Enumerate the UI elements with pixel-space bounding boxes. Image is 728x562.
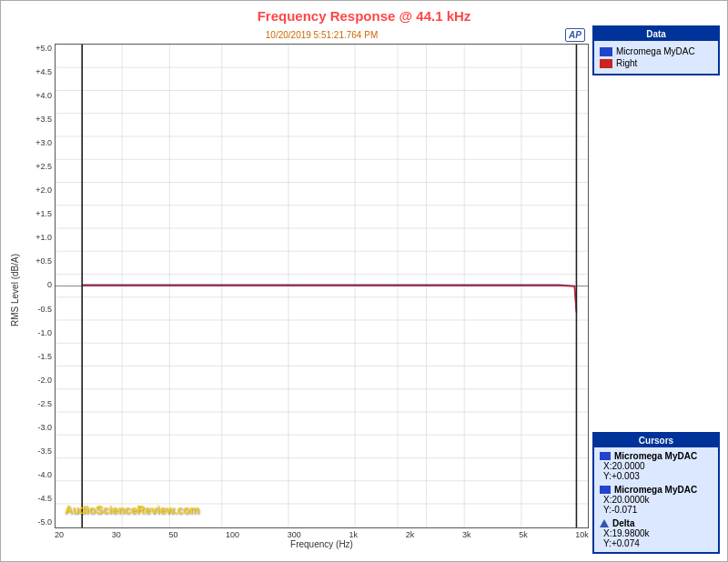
delta-x: X:19.9800k bbox=[603, 528, 713, 538]
cursors-panel-title: Cursors bbox=[594, 434, 718, 447]
ap-logo: AP bbox=[565, 28, 585, 42]
cursor-2-label: Micromega MyDAC bbox=[614, 485, 697, 495]
cursor-2-y: Y:-0.071 bbox=[603, 505, 713, 515]
spacer bbox=[592, 79, 720, 428]
delta-entry: Delta X:19.9800k Y:+0.074 bbox=[600, 518, 713, 548]
legend-color-1 bbox=[600, 47, 612, 56]
ytick: -3.5 bbox=[22, 447, 52, 456]
cursor-1-name: Micromega MyDAC bbox=[600, 451, 713, 461]
chart-title: Frequency Response @ 44.1 kHz bbox=[8, 8, 720, 24]
chart-svg bbox=[56, 45, 588, 527]
delta-icon bbox=[600, 519, 609, 527]
legend-label-2: Right bbox=[616, 58, 637, 68]
ytick: +4.5 bbox=[22, 67, 52, 76]
chart-plot: AudioScienceReview.com bbox=[55, 44, 589, 528]
right-panel: Data Micromega MyDAC Right Curs bbox=[592, 25, 720, 554]
chart-wrapper: RMS Level (dB/A) +5.0 +4.5 +4.0 +3.5 +3.… bbox=[8, 25, 589, 554]
ytick: +1.5 bbox=[22, 209, 52, 218]
xtick: 3k bbox=[462, 530, 471, 539]
ytick: -1.5 bbox=[22, 352, 52, 361]
xtick: 1k bbox=[349, 530, 359, 539]
xtick: 2k bbox=[406, 530, 415, 539]
xtick: 300 bbox=[288, 530, 301, 539]
ytick: +0.5 bbox=[22, 256, 52, 266]
data-panel: Data Micromega MyDAC Right bbox=[592, 25, 720, 75]
delta-label-text: Delta bbox=[612, 518, 634, 528]
xtick: 100 bbox=[226, 530, 239, 539]
ytick: +3.5 bbox=[22, 115, 52, 124]
chart-area: 10/20/2019 5:51:21.764 PM AP bbox=[55, 25, 589, 554]
ytick: +1.0 bbox=[22, 233, 52, 242]
main-area: RMS Level (dB/A) +5.0 +4.5 +4.0 +3.5 +3.… bbox=[8, 25, 720, 554]
timestamp: 10/20/2019 5:51:21.764 PM bbox=[266, 30, 378, 40]
legend-item-2: Right bbox=[600, 58, 713, 68]
cursor-1-color bbox=[600, 452, 611, 460]
main-container: Frequency Response @ 44.1 kHz RMS Level … bbox=[0, 0, 728, 562]
legend-item-1: Micromega MyDAC bbox=[600, 46, 713, 56]
ytick: -2.0 bbox=[22, 376, 52, 385]
ytick: +2.0 bbox=[22, 186, 52, 195]
xtick: 50 bbox=[168, 530, 177, 539]
ytick: -3.0 bbox=[22, 423, 52, 432]
ytick: -5.0 bbox=[22, 517, 52, 527]
xtick: 10k bbox=[575, 530, 589, 539]
ytick: +5.0 bbox=[22, 44, 52, 53]
ytick: +2.5 bbox=[22, 162, 52, 171]
chart-top-row: 10/20/2019 5:51:21.764 PM AP bbox=[55, 25, 589, 44]
data-panel-title: Data bbox=[594, 27, 718, 41]
cursors-panel-content: Micromega MyDAC X:20.0000 Y:+0.003 Micro… bbox=[594, 447, 718, 552]
xtick: 5k bbox=[519, 530, 528, 539]
cursor-1-label: Micromega MyDAC bbox=[614, 451, 697, 461]
legend-color-2 bbox=[600, 59, 612, 68]
data-panel-content: Micromega MyDAC Right bbox=[594, 41, 718, 74]
delta-label-row: Delta bbox=[600, 518, 713, 528]
y-axis-label: RMS Level (dB/A) bbox=[8, 25, 22, 554]
ytick: 0 bbox=[22, 280, 52, 289]
xtick: 30 bbox=[112, 530, 121, 539]
x-ticks-row: 20 30 50 100 300 1k 2k 3k 5k 10k bbox=[55, 528, 589, 539]
ytick: -2.5 bbox=[22, 399, 52, 408]
cursor-2-x: X:20.0000k bbox=[603, 495, 713, 505]
xtick: 20 bbox=[55, 530, 64, 539]
cursor-2-color bbox=[600, 486, 611, 494]
y-ticks: +5.0 +4.5 +4.0 +3.5 +3.0 +2.5 +2.0 +1.5 … bbox=[22, 25, 55, 554]
ytick: -4.0 bbox=[22, 470, 52, 479]
ytick: -4.5 bbox=[22, 494, 52, 503]
cursor-1: Micromega MyDAC X:20.0000 Y:+0.003 bbox=[600, 451, 713, 481]
ytick: -1.0 bbox=[22, 328, 52, 337]
cursor-2-name: Micromega MyDAC bbox=[600, 485, 713, 495]
cursor-2: Micromega MyDAC X:20.0000k Y:-0.071 bbox=[600, 485, 713, 515]
delta-y: Y:+0.074 bbox=[603, 538, 713, 548]
cursor-1-x: X:20.0000 bbox=[603, 461, 713, 471]
cursors-panel: Cursors Micromega MyDAC X:20.0000 Y:+0.0… bbox=[592, 432, 720, 554]
legend-label-1: Micromega MyDAC bbox=[616, 46, 695, 56]
ytick: +4.0 bbox=[22, 91, 52, 100]
x-axis-area: 20 30 50 100 300 1k 2k 3k 5k 10k Frequen… bbox=[55, 528, 589, 554]
ytick: -0.5 bbox=[22, 305, 52, 314]
cursor-1-y: Y:+0.003 bbox=[603, 471, 713, 481]
x-axis-label: Frequency (Hz) bbox=[55, 539, 589, 549]
ytick: +3.0 bbox=[22, 138, 52, 147]
